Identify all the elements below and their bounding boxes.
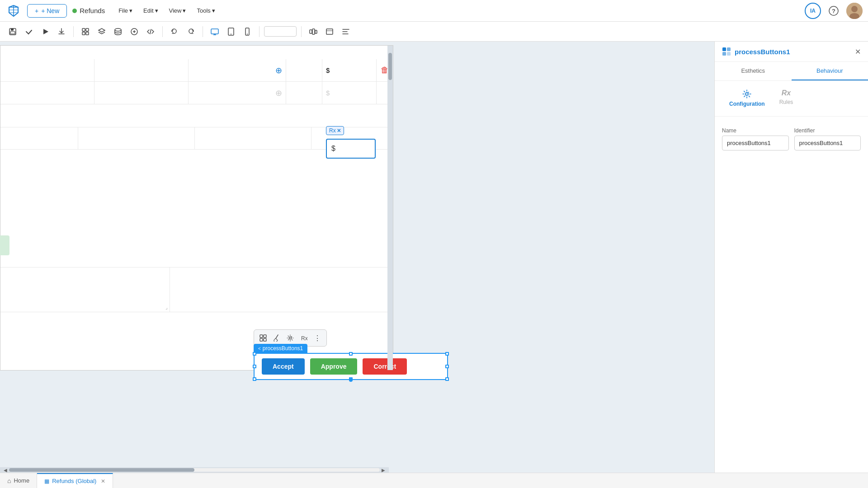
identifier-input[interactable] <box>794 136 861 150</box>
canvas-area[interactable]: ⊕ $ 🗑 ⊕ $ <box>0 42 714 473</box>
svg-point-12 <box>115 28 121 31</box>
design-canvas: ⊕ $ 🗑 ⊕ $ <box>0 45 393 371</box>
svg-rect-11 <box>86 32 89 35</box>
textarea-left: ⌟ <box>0 267 170 312</box>
refunds-tab[interactable]: ▦ Refunds (Global) ✕ <box>37 473 113 488</box>
correct-button[interactable]: Correct <box>363 358 407 375</box>
handle-tm[interactable] <box>349 352 353 356</box>
hscrollbar[interactable]: ◀ ▶ <box>0 467 389 473</box>
viewport-width-input[interactable]: 1382px <box>264 26 297 37</box>
menu-file[interactable]: File ▾ <box>114 5 137 16</box>
subtab-rules[interactable]: Rx Rules <box>772 86 801 111</box>
ia-button[interactable]: IA <box>805 3 821 19</box>
user-avatar[interactable] <box>846 3 863 19</box>
comp-more-btn[interactable]: ⋮ <box>311 332 324 344</box>
components-button[interactable] <box>78 24 93 39</box>
handle-ml[interactable] <box>253 365 256 368</box>
name-input[interactable] <box>722 136 789 150</box>
menu-edit[interactable]: Edit ▾ <box>139 5 162 16</box>
vscroll-thumb[interactable] <box>388 53 392 80</box>
name-field-col: Name <box>722 127 789 150</box>
panel-fields: Name Identifier <box>715 117 868 158</box>
identifier-field-col: Identifier <box>794 127 861 150</box>
identifier-label: Identifier <box>794 127 861 134</box>
handle-mr[interactable] <box>445 365 449 368</box>
save-button[interactable] <box>5 24 20 39</box>
logic-button[interactable] <box>127 24 142 39</box>
svg-rect-8 <box>82 28 85 31</box>
menu-tools[interactable]: Tools ▾ <box>192 5 219 16</box>
play-button[interactable] <box>38 24 52 39</box>
panel-tabs: Esthetics Behaviour <box>715 62 868 81</box>
toolbar: 1382px <box>0 22 868 42</box>
menu-view[interactable]: View ▾ <box>165 5 191 16</box>
window-button[interactable] <box>322 24 337 39</box>
data-button[interactable] <box>111 24 125 39</box>
handle-bm[interactable] <box>349 377 353 381</box>
hscroll-left-arrow[interactable]: ◀ <box>4 468 7 473</box>
handle-bl[interactable] <box>253 377 256 381</box>
handle-tr[interactable] <box>445 352 449 356</box>
accept-button[interactable]: Accept <box>262 358 305 375</box>
layers-button[interactable] <box>94 24 109 39</box>
lower-cell-2 <box>78 127 195 149</box>
undo-button[interactable] <box>167 24 182 39</box>
new-button[interactable]: + + New <box>27 4 67 18</box>
svg-text:Rx: Rx <box>301 335 307 342</box>
component-icon <box>722 47 731 56</box>
export-button[interactable] <box>54 24 69 39</box>
panel-close-button[interactable]: ✕ <box>855 47 861 56</box>
tab-behaviour[interactable]: Behaviour <box>792 62 868 80</box>
handle-tl[interactable] <box>253 352 256 356</box>
mobile-button[interactable] <box>240 24 255 39</box>
hscroll-right-arrow[interactable]: ▶ <box>382 468 385 473</box>
comp-style-btn[interactable] <box>270 332 283 344</box>
refunds-tab-label: Refunds (Global) <box>52 478 96 484</box>
close-tab-button[interactable]: ✕ <box>101 478 105 484</box>
code-button[interactable] <box>143 24 158 39</box>
rx-badge[interactable]: Rx ✕ <box>326 126 344 135</box>
menu-bar: File ▾ Edit ▾ View ▾ Tools ▾ <box>114 5 220 16</box>
grid-cell-2-3: ⊕ <box>189 82 286 104</box>
subtab-configuration[interactable]: Configuration <box>722 86 772 111</box>
help-button[interactable]: ? <box>826 4 841 18</box>
redo-button[interactable] <box>184 24 198 39</box>
grid-cell-2-5: $ <box>322 82 377 104</box>
total-input[interactable] <box>326 139 376 159</box>
process-buttons-wrapper: < processButtons1 Accept <box>254 344 448 380</box>
align-button[interactable] <box>339 24 353 39</box>
comp-config-btn[interactable] <box>284 332 297 344</box>
desktop-button[interactable] <box>208 24 222 39</box>
grid-cell-1-5: $ <box>322 59 377 81</box>
vscrollbar[interactable] <box>387 46 393 370</box>
check-button[interactable] <box>22 24 36 39</box>
svg-point-16 <box>231 33 231 34</box>
handle-br[interactable] <box>445 377 449 381</box>
textarea-section: ⌟ <box>0 267 389 312</box>
tab-esthetics[interactable]: Esthetics <box>715 62 792 80</box>
resize-handle: ⌟ <box>165 305 168 310</box>
comp-rules-btn[interactable]: Rx <box>297 332 310 344</box>
grid-row-2: ⊕ $ <box>0 82 393 104</box>
total-input-area: Rx ✕ <box>326 126 376 159</box>
svg-rect-20 <box>312 29 315 34</box>
hscroll-thumb[interactable] <box>9 468 194 472</box>
approve-button[interactable]: Approve <box>310 358 358 375</box>
grid-cell-1-2 <box>94 59 189 81</box>
component-label[interactable]: < processButtons1 <box>254 344 307 353</box>
svg-rect-9 <box>86 28 89 31</box>
svg-rect-7 <box>10 32 15 34</box>
comp-select-btn[interactable] <box>257 332 269 344</box>
panel-header: processButtons1 ✕ <box>715 42 868 62</box>
rx-icon: Rx <box>329 127 336 134</box>
more-icon: ⋮ <box>314 334 321 343</box>
process-buttons-container: Accept Approve Correct <box>254 353 448 380</box>
grid-cell-2-1 <box>0 82 94 104</box>
breakpoints-button[interactable] <box>306 24 321 39</box>
plus-circle-icon-2: ⊕ <box>275 88 282 98</box>
home-tab[interactable]: ⌂ Home <box>0 473 37 488</box>
logo[interactable] <box>5 3 22 19</box>
tablet-button[interactable] <box>224 24 238 39</box>
svg-rect-14 <box>211 29 218 34</box>
svg-rect-29 <box>722 47 726 51</box>
